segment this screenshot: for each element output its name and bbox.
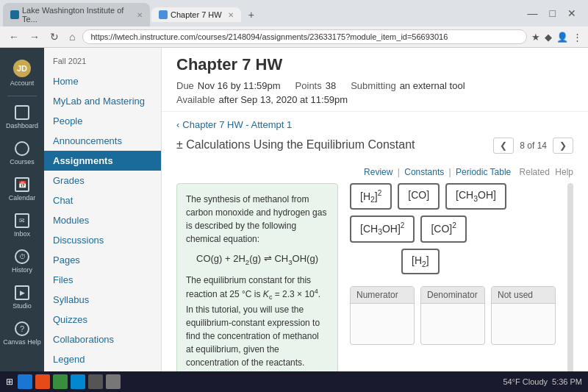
breadcrumb-icon: ‹ bbox=[176, 119, 179, 130]
review-link[interactable]: Review bbox=[364, 167, 392, 177]
sidebar-item-courses[interactable]: Courses bbox=[0, 135, 44, 171]
meta-row: Due Nov 16 by 11:59pm Points 38 Submitti… bbox=[176, 80, 573, 91]
back-button[interactable]: ← bbox=[6, 29, 22, 44]
dashboard-icon bbox=[15, 105, 29, 120]
studio-icon: ▶ bbox=[15, 285, 29, 300]
points-value: 38 bbox=[326, 80, 336, 91]
sidebar-item-dashboard[interactable]: Dashboard bbox=[0, 99, 44, 135]
due-value: Nov 16 by 11:59pm bbox=[198, 80, 281, 91]
taskbar-icon-3[interactable] bbox=[53, 374, 68, 389]
lw-favicon-icon bbox=[10, 10, 19, 19]
token-ch3ohsq[interactable]: [CH3OH]2 bbox=[350, 215, 415, 242]
extensions-icon[interactable]: ◆ bbox=[545, 32, 552, 43]
due-item: Due Nov 16 by 11:59pm bbox=[176, 80, 281, 91]
address-input[interactable] bbox=[82, 29, 527, 44]
minimize-button[interactable]: — bbox=[525, 6, 541, 21]
nav-legend[interactable]: Legend bbox=[44, 349, 161, 369]
points-label: Points bbox=[295, 80, 322, 91]
nav-announcements[interactable]: Announcements bbox=[44, 131, 161, 151]
item-prev-button[interactable]: ❮ bbox=[493, 138, 514, 154]
taskbar-icon-2[interactable] bbox=[35, 374, 50, 389]
taskbar-icon-5[interactable] bbox=[88, 374, 103, 389]
drop-zone-denominator[interactable]: Denominator bbox=[420, 286, 485, 345]
submitting-value: an external tool bbox=[400, 80, 465, 91]
calendar-label: Calendar bbox=[9, 194, 36, 202]
item-count: 8 of 14 bbox=[520, 140, 547, 151]
canvas-help-icon: ? bbox=[15, 321, 29, 336]
taskbar-icon-6[interactable] bbox=[106, 374, 121, 389]
sidebar-item-account[interactable]: JD Account bbox=[0, 54, 44, 93]
numerator-content bbox=[351, 304, 414, 344]
periodic-table-link[interactable]: Periodic Table bbox=[456, 167, 511, 177]
studio-label: Studio bbox=[12, 302, 32, 310]
app-body: JD Account Dashboard Courses 📅 Calendar … bbox=[0, 48, 588, 371]
available-row: Available after Sep 13, 2020 at 11:59pm bbox=[176, 94, 573, 105]
nav-mylab[interactable]: MyLab and Mastering bbox=[44, 91, 161, 111]
available-label: Available bbox=[176, 94, 215, 105]
taskbar-clock: 5:36 PM bbox=[552, 377, 582, 386]
nav-collaborations[interactable]: Collaborations bbox=[44, 329, 161, 349]
nav-modules[interactable]: Modules bbox=[44, 210, 161, 230]
account-label: Account bbox=[10, 79, 35, 87]
canvas-help-label: Canvas Help bbox=[3, 338, 41, 346]
nav-home[interactable]: Home bbox=[44, 71, 161, 91]
home-button[interactable]: ⌂ bbox=[66, 29, 78, 44]
tab-ch[interactable]: Chapter 7 HW ✕ bbox=[151, 7, 241, 22]
token-ch3oh[interactable]: [CH3OH] bbox=[445, 183, 506, 210]
tab-lw-label: Lake Washington Institute of Te... bbox=[22, 6, 131, 24]
constants-link[interactable]: Constants bbox=[404, 167, 444, 177]
not-used-label: Not used bbox=[492, 287, 555, 304]
token-h2sq[interactable]: [H2]2 bbox=[350, 183, 392, 210]
taskbar-icon-1[interactable] bbox=[18, 374, 32, 389]
tab-lw[interactable]: Lake Washington Institute of Te... ✕ bbox=[3, 3, 150, 26]
available-item: Available after Sep 13, 2020 at 11:59pm bbox=[176, 94, 348, 105]
reload-button[interactable]: ↻ bbox=[47, 29, 62, 44]
menu-icon[interactable]: ⋮ bbox=[573, 32, 582, 43]
drop-zone-not-used[interactable]: Not used bbox=[491, 286, 556, 345]
nav-grades[interactable]: Grades bbox=[44, 171, 161, 190]
tab-ch-close-icon[interactable]: ✕ bbox=[228, 11, 234, 19]
token-cosq[interactable]: [CO]2 bbox=[420, 215, 466, 242]
start-button[interactable]: ⊞ bbox=[6, 377, 13, 387]
scroll-indicator[interactable] bbox=[567, 183, 573, 371]
page-header: Chapter 7 HW Due Nov 16 by 11:59pm Point… bbox=[162, 48, 588, 112]
nav-discussions[interactable]: Discussions bbox=[44, 230, 161, 250]
global-nav: JD Account Dashboard Courses 📅 Calendar … bbox=[0, 48, 44, 371]
description-text: The synthesis of methanol from carbon mo… bbox=[186, 193, 329, 246]
related-label: Related bbox=[520, 167, 550, 177]
nav-quizzes[interactable]: Quizzes bbox=[44, 310, 161, 329]
account-avatar: JD bbox=[13, 60, 31, 77]
taskbar-icon-4[interactable] bbox=[71, 374, 85, 389]
sidebar-item-studio[interactable]: ▶ Studio bbox=[0, 279, 44, 316]
new-tab-button[interactable]: + bbox=[243, 6, 260, 24]
nav-assignments[interactable]: Assignments bbox=[44, 151, 161, 171]
token-h2[interactable]: [H2] bbox=[401, 249, 440, 274]
profile-icon[interactable]: 👤 bbox=[556, 32, 568, 43]
ch-favicon-icon bbox=[159, 10, 168, 19]
breadcrumb-link[interactable]: Chapter 7 HW - Attempt 1 bbox=[182, 119, 292, 130]
course-term: Fall 2021 bbox=[53, 57, 86, 65]
sidebar-item-inbox[interactable]: ✉ Inbox bbox=[0, 207, 44, 243]
nav-people[interactable]: People bbox=[44, 111, 161, 131]
tab-lw-close-icon[interactable]: ✕ bbox=[137, 11, 143, 19]
forward-button[interactable]: → bbox=[26, 29, 43, 44]
item-next-button[interactable]: ❯ bbox=[553, 138, 573, 154]
nav-pages[interactable]: Pages bbox=[44, 250, 161, 270]
ref-links: Review | Constants | Periodic Table Rela… bbox=[176, 167, 573, 177]
nav-syllabus[interactable]: Syllabus bbox=[44, 290, 161, 310]
drag-area: [H2]2 [CO] [CH3OH] [CH3OH]2 [CO]2 [H2] N… bbox=[350, 183, 556, 371]
drop-zone-numerator[interactable]: Numerator bbox=[350, 286, 415, 345]
nav-separator bbox=[7, 96, 37, 96]
bookmark-icon[interactable]: ★ bbox=[531, 32, 540, 43]
sidebar-item-canvas-help[interactable]: ? Canvas Help bbox=[0, 316, 44, 352]
sidebar-item-calendar[interactable]: 📅 Calendar bbox=[0, 171, 44, 207]
window-close-button[interactable]: ✕ bbox=[564, 6, 579, 21]
tab-ch-label: Chapter 7 HW bbox=[171, 10, 222, 19]
nav-files[interactable]: Files bbox=[44, 270, 161, 290]
nav-chat[interactable]: Chat bbox=[44, 190, 161, 210]
submitting-item: Submitting an external tool bbox=[351, 80, 465, 91]
token-co[interactable]: [CO] bbox=[398, 183, 440, 210]
sidebar-item-history[interactable]: ⏱ History bbox=[0, 243, 44, 279]
maximize-button[interactable]: □ bbox=[547, 6, 559, 21]
help-label: Help bbox=[555, 167, 573, 177]
